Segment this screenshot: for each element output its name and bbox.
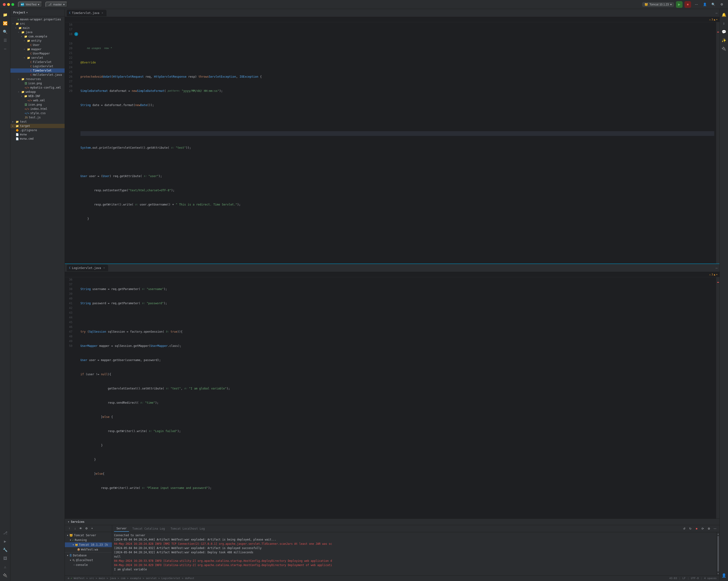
- tree-item-entity[interactable]: ▾ 📁 entity: [10, 39, 64, 43]
- top-code-content[interactable]: 16 17 18 19 20 21 22 23 24 25 26 27 28 2…: [65, 22, 720, 263]
- tree-item-mvnw[interactable]: 📄 mvnw: [10, 132, 64, 136]
- tree-item-test[interactable]: ▶ 📁 test: [10, 120, 64, 124]
- log-more-button[interactable]: ⋯: [712, 526, 718, 531]
- tab-more-button-bottom[interactable]: ⋯: [716, 266, 718, 270]
- restart-debug-button[interactable]: ↻: [688, 526, 693, 531]
- right-icon-notifications[interactable]: 🔔: [720, 11, 728, 19]
- expand-button[interactable]: ↓: [72, 526, 78, 531]
- code-lines-top[interactable]: no usages new * @Override protected void…: [79, 22, 716, 263]
- right-icon-chat[interactable]: 💬: [720, 28, 728, 35]
- log-scrollbar[interactable]: ▲ ▼: [717, 532, 720, 575]
- tree-item-java[interactable]: ▾ 📁 java: [10, 30, 64, 34]
- tree-item-user[interactable]: C User: [10, 43, 64, 47]
- add-service-button[interactable]: +: [89, 526, 95, 531]
- tree-item-icon-png2[interactable]: 🖼 icon.png: [10, 102, 64, 107]
- sidebar-item-services[interactable]: 🔧: [1, 546, 9, 554]
- log-settings-button[interactable]: ⚙: [706, 526, 711, 531]
- sidebar-item-git[interactable]: ⎇: [1, 529, 9, 536]
- tree-item-usermapper[interactable]: C UserMapper: [10, 51, 64, 56]
- tree-item-resources[interactable]: ▾ 📁 resources: [10, 77, 64, 81]
- account-button[interactable]: 👤: [701, 1, 708, 8]
- tree-item-mvnw-cmd[interactable]: 📄 mvnw.cmd: [10, 136, 64, 141]
- tree-item-webapp[interactable]: ▾ 📁 webapp: [10, 90, 64, 94]
- tree-item-loginservlet[interactable]: C LoginServlet: [10, 64, 64, 69]
- tree-item-servlet[interactable]: ▾ 📁 servlet: [10, 56, 64, 60]
- tree-item-web-inf[interactable]: ▾ 📁 WEB-INF: [10, 94, 64, 98]
- srv-item-webtest-war[interactable]: 📦 WebTest:wa: [65, 547, 112, 552]
- sidebar-item-vcs[interactable]: 🔀: [1, 19, 9, 27]
- filter-button[interactable]: ⚙: [84, 526, 89, 531]
- encoding[interactable]: UTF-8: [691, 577, 699, 580]
- srv-item-console[interactable]: ⌨ console: [65, 562, 112, 567]
- maximize-button[interactable]: [11, 3, 14, 6]
- tree-item-fileservlet[interactable]: C FileServlet: [10, 60, 64, 64]
- tab-close-button[interactable]: ×: [102, 267, 106, 270]
- bottom-code-content[interactable]: 36 37 38 39 40 41 42 43 44 45 46 47 48 4…: [65, 277, 720, 519]
- srv-item-database[interactable]: ▾ 🗄 Database: [65, 553, 112, 558]
- sidebar-item-structure[interactable]: ☰: [1, 36, 9, 44]
- right-icon-plugin[interactable]: 🔌: [720, 45, 728, 53]
- code-lines-bottom[interactable]: String username = req.getParameter( s: "…: [79, 277, 716, 519]
- cursor-position[interactable]: 43:83: [669, 577, 677, 580]
- tree-item-target[interactable]: ▶ 📁 target: [10, 124, 64, 128]
- right-icon-person[interactable]: 👤: [720, 572, 728, 579]
- sidebar-item-run[interactable]: ▶: [1, 537, 9, 545]
- project-header[interactable]: Project ▾: [10, 9, 64, 16]
- log-tab-catalina[interactable]: Tomcat Catalina Log: [130, 526, 167, 532]
- settings-button[interactable]: ⚙: [719, 1, 725, 8]
- tree-item-com-example[interactable]: ▾ 📁 com.example: [10, 34, 64, 39]
- srv-item-tomcat-10[interactable]: ▾ 🐱 Tomcat 10.1.23 [k: [65, 542, 112, 547]
- tree-item-timeservlet[interactable]: C TimeServlet: [10, 69, 64, 73]
- tree-item-web-xml[interactable]: </> web.xml: [10, 98, 64, 102]
- tab-close-button[interactable]: ×: [101, 11, 104, 15]
- right-icon-sync[interactable]: ↕: [720, 19, 728, 27]
- scroll-up-button[interactable]: ▲: [717, 532, 720, 535]
- sidebar-item-search[interactable]: 🔍: [1, 28, 9, 35]
- tree-item-helloservlet[interactable]: C HelloServlet.java: [10, 73, 64, 77]
- indent-setting[interactable]: 4 spaces: [704, 577, 717, 580]
- tree-item-style-css[interactable]: </> style.css: [10, 111, 64, 115]
- tree-item-index-html[interactable]: </> index.html: [10, 107, 64, 111]
- scroll-thumb[interactable]: [717, 536, 719, 572]
- log-tab-server[interactable]: Server: [114, 526, 129, 532]
- tree-item-icon-png[interactable]: 🖼 icon.png: [10, 81, 64, 85]
- srv-item-tomcat-server[interactable]: ▾ 🐱 Tomcat Server: [65, 533, 112, 538]
- app-menu-button[interactable]: WT WebTest ▾: [18, 2, 42, 7]
- tree-item-src[interactable]: ▾ 📁 src: [10, 22, 64, 26]
- tree-item-mapper[interactable]: ▾ 📁 mapper: [10, 47, 64, 51]
- eye-button[interactable]: 👁: [78, 526, 83, 531]
- breadcrumb[interactable]: WebTest > src > main > java > com > exam…: [74, 577, 194, 580]
- reload-button[interactable]: ⟳: [700, 526, 705, 531]
- right-icon-ai[interactable]: ✨: [720, 36, 728, 44]
- tab-more-button[interactable]: ⋯: [716, 11, 718, 15]
- tree-item-mybatis[interactable]: </> mybatis-config.xml: [10, 85, 64, 90]
- collapse-all-button[interactable]: ↑: [67, 526, 72, 531]
- minimize-button[interactable]: [7, 3, 10, 6]
- gear-status-icon[interactable]: ⚙: [68, 577, 69, 580]
- stop-server-button[interactable]: ■: [694, 526, 699, 531]
- tree-item-maven-wrapper[interactable]: ⚙ maven-wrapper.properties: [10, 17, 64, 22]
- close-button[interactable]: [3, 3, 6, 6]
- srv-item-running[interactable]: ▾ ✓ Running: [65, 538, 112, 542]
- tree-item-gitignore[interactable]: 🔶 .gitignore: [10, 128, 64, 132]
- tree-item-test-js[interactable]: JS test.js: [10, 115, 64, 120]
- search-button[interactable]: 🔍: [710, 1, 717, 8]
- log-content[interactable]: Connected to server [2024-05-04 04:28:24…: [112, 532, 717, 575]
- run-button[interactable]: ▶: [676, 1, 682, 8]
- sidebar-item-project[interactable]: 📁: [1, 11, 9, 19]
- services-collapse-icon[interactable]: ▾: [68, 520, 69, 524]
- srv-item-localhost[interactable]: ▾ 🔌 @localhost: [65, 558, 112, 562]
- sidebar-item-more[interactable]: ⋯: [1, 45, 9, 53]
- more-button[interactable]: ⋯: [693, 1, 700, 8]
- branch-button[interactable]: ⎇ master ▾: [46, 2, 68, 7]
- tomcat-button[interactable]: 🐱 Tomcat 10.1.23 ▾: [642, 2, 674, 7]
- line-ending[interactable]: LF: [682, 577, 685, 580]
- tab-timeservlet[interactable]: C TimeServlet.java ×: [67, 10, 106, 16]
- sidebar-item-gallery[interactable]: 🖼: [1, 554, 9, 562]
- stop-button[interactable]: ■: [684, 1, 691, 8]
- sidebar-item-plugins[interactable]: 🔌: [1, 572, 9, 579]
- tab-loginservlet[interactable]: C LoginServlet.java ×: [67, 265, 108, 271]
- sidebar-item-problems[interactable]: ⚠: [1, 563, 9, 571]
- log-tab-localhost[interactable]: Tomcat Localhost Log: [168, 526, 207, 532]
- restart-server-button[interactable]: ↺: [682, 526, 687, 531]
